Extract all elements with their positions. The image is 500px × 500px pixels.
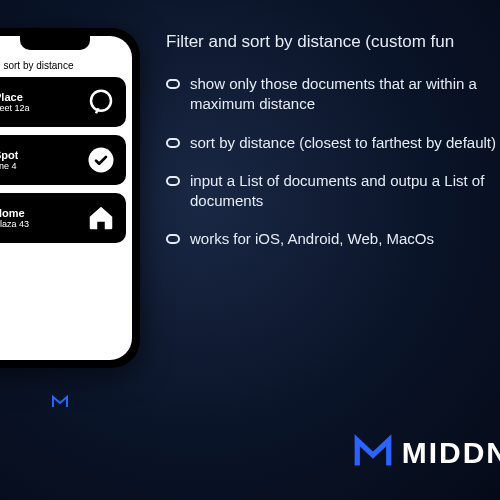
screen-title: and sort by distance: [0, 58, 132, 77]
phone-notch: [20, 36, 90, 50]
list-item-subtitle: treet 12a: [0, 103, 30, 113]
bullet-text: input a List of documents and outpu a Li…: [190, 171, 500, 212]
list-item[interactable]: Place treet 12a: [0, 77, 126, 127]
bullet-item: input a List of documents and outpu a Li…: [166, 171, 500, 212]
brand-mark-small: [50, 392, 70, 412]
bullet-icon: [166, 79, 180, 89]
bullet-item: sort by distance (closest to farthest by…: [166, 133, 500, 153]
list-item-title: Home: [0, 207, 29, 219]
list-item-title: Place: [0, 91, 30, 103]
bullet-icon: [166, 234, 180, 244]
feature-title: Filter and sort by distance (custom fun: [166, 32, 500, 52]
bullet-text: sort by distance (closest to farthest by…: [190, 133, 496, 153]
chat-bubble-icon: [86, 87, 116, 117]
bullet-item: works for iOS, Android, Web, MacOs: [166, 229, 500, 249]
svg-point-0: [91, 91, 111, 111]
feature-bullets: show only those documents that ar within…: [166, 74, 500, 250]
phone-screen: and sort by distance Place treet 12a Spo…: [0, 36, 132, 360]
feature-copy: Filter and sort by distance (custom fun …: [166, 32, 500, 268]
list-item-subtitle: ane 4: [0, 161, 18, 171]
check-circle-icon: [86, 145, 116, 175]
list-item[interactable]: Home Plaza 43: [0, 193, 126, 243]
brand-name: MIDDN: [402, 436, 500, 470]
bullet-item: show only those documents that ar within…: [166, 74, 500, 115]
home-icon: [86, 203, 116, 233]
list-item-title: Spot: [0, 149, 18, 161]
place-list: Place treet 12a Spot ane 4: [0, 77, 132, 243]
list-item-subtitle: Plaza 43: [0, 219, 29, 229]
bullet-text: show only those documents that ar within…: [190, 74, 500, 115]
bullet-icon: [166, 176, 180, 186]
bullet-icon: [166, 138, 180, 148]
phone-mockup: and sort by distance Place treet 12a Spo…: [0, 28, 140, 368]
list-item[interactable]: Spot ane 4: [0, 135, 126, 185]
brand-mark-icon: [352, 432, 394, 474]
bullet-text: works for iOS, Android, Web, MacOs: [190, 229, 434, 249]
brand-logo: MIDDN: [352, 432, 500, 474]
